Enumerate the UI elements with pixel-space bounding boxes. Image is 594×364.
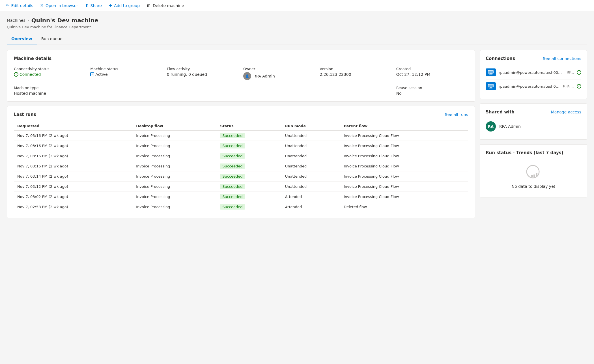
version-label: Version [320,67,391,71]
cell-run-mode: Attended [282,192,341,202]
reuse-session-item: Reuse session No [396,86,468,96]
connections-card: Connections See all connections rpaadmin… [480,50,587,99]
cell-status: Succeeded [217,131,281,141]
runs-table: Requested Desktop flow Status Run mode P… [14,122,468,212]
owner-row: 👤 RPA Admin [243,72,315,80]
cell-flow: Invoice Processing [133,171,217,182]
no-data-container: No data to display yet [486,155,581,191]
connections-header: Connections See all connections [486,56,581,61]
cell-status: Succeeded [217,202,281,212]
toolbar: ✏ Edit details ✕ Open in browser ⬆ Share… [0,0,594,11]
tab-overview[interactable]: Overview [7,34,37,44]
share-button[interactable]: ⬆ Share [85,3,102,8]
reuse-session-value: No [396,91,468,96]
add-icon: + [109,3,112,8]
svg-rect-8 [489,88,492,89]
machine-status-label: Machine status [90,67,162,71]
share-label: Share [91,3,102,8]
flow-activity-value: 0 running, 0 queued [167,72,239,77]
run-status-title: Run status - Trends (last 7 days) [486,150,581,155]
cell-flow: Invoice Processing [133,182,217,192]
connection-item[interactable]: rpaadmin@powerautomatesh001.onmicros... … [486,66,581,79]
cell-requested: Nov 7, 03:14 PM (2 wk ago) [14,171,133,182]
connectivity-label: Connectivity status [14,67,86,71]
page-subtitle: Quinn's Dev machine for Finance Departme… [7,25,587,29]
cell-flow: Invoice Processing [133,161,217,171]
connection-icon [486,82,496,90]
left-column: Machine details Connectivity status ✓ Co… [7,50,475,223]
machine-details-grid: Connectivity status ✓ Connected Machine … [14,67,468,96]
edit-details-label: Edit details [11,3,33,8]
open-browser-button[interactable]: ✕ Open in browser [40,3,78,8]
delete-machine-button[interactable]: 🗑 Delete machine [147,3,184,8]
connected-icon: ✓ [14,72,18,77]
connection-badge: RP... [567,70,574,74]
runs-tbody: Nov 7, 03:16 PM (2 wk ago)Invoice Proces… [14,131,468,212]
connections-title: Connections [486,56,515,61]
owner-avatar: 👤 [243,72,251,80]
tab-run-queue[interactable]: Run queue [37,34,67,44]
edit-details-button[interactable]: ✏ Edit details [6,3,33,8]
table-row[interactable]: Nov 7, 03:16 PM (2 wk ago)Invoice Proces… [14,161,468,171]
svg-rect-12 [533,175,535,177]
reuse-session-label: Reuse session [396,86,468,90]
svg-rect-4 [489,71,493,73]
add-to-group-button[interactable]: + Add to group [109,3,140,8]
flow-activity-label: Flow activity [167,67,239,71]
machine-status-value: ✓ Active [90,72,162,77]
cell-requested: Nov 7, 03:02 PM (2 wk ago) [14,192,133,202]
add-to-group-label: Add to group [114,3,140,8]
no-data-text: No data to display yet [512,184,556,189]
manage-access-link[interactable]: Manage access [551,110,581,114]
table-row[interactable]: Nov 7, 03:16 PM (2 wk ago)Invoice Proces… [14,151,468,161]
cell-requested: Nov 7, 03:16 PM (2 wk ago) [14,131,133,141]
connection-text: rpaadmin@powerautomatesh001.onmicros... [499,70,564,75]
version-item: Version 2.26.123.22300 [320,67,391,80]
runs-header: Last runs See all runs [14,112,468,117]
svg-rect-2 [490,74,492,74]
no-data-icon [525,164,542,181]
connection-badge: RPA ... [563,84,574,88]
cell-requested: Nov 7, 03:16 PM (2 wk ago) [14,161,133,171]
connection-icon [486,68,496,76]
machine-status-item: Machine status ✓ Active [90,67,162,80]
cell-run-mode: Unattended [282,182,341,192]
svg-rect-3 [489,74,492,75]
table-row[interactable]: Nov 7, 03:16 PM (2 wk ago)Invoice Proces… [14,131,468,141]
breadcrumb-machines[interactable]: Machines [7,18,25,23]
right-column: Connections See all connections rpaadmin… [480,50,587,202]
cell-parent-flow: Invoice Processing Cloud Flow [340,182,468,192]
last-runs-card: Last runs See all runs Requested Desktop… [7,106,475,218]
cell-run-mode: Unattended [282,131,341,141]
see-all-connections-link[interactable]: See all connections [543,56,581,61]
breadcrumb: Machines › Quinn's Dev machine [7,17,587,24]
cell-parent-flow: Invoice Processing Cloud Flow [340,151,468,161]
shared-with-header: Shared with Manage access [486,109,581,115]
cell-parent-flow: Invoice Processing Cloud Flow [340,161,468,171]
cell-run-mode: Unattended [282,141,341,151]
cell-flow: Invoice Processing [133,151,217,161]
table-row[interactable]: Nov 7, 03:16 PM (2 wk ago)Invoice Proces… [14,141,468,151]
table-row[interactable]: Nov 7, 03:02 PM (2 wk ago)Invoice Proces… [14,192,468,202]
cell-status: Succeeded [217,141,281,151]
connection-item[interactable]: rpaadmin@powerautomatesh001.onmicro... R… [486,79,581,93]
cell-status: Succeeded [217,192,281,202]
connectivity-status-item: Connectivity status ✓ Connected [14,67,86,80]
table-header-row: Requested Desktop flow Status Run mode P… [14,122,468,131]
cell-parent-flow: Invoice Processing Cloud Flow [340,171,468,182]
col-status: Status [217,122,281,131]
cell-requested: Nov 7, 02:58 PM (2 wk ago) [14,202,133,212]
machine-type-item: Machine type Hosted machine [14,86,86,96]
open-browser-icon: ✕ [40,3,44,8]
svg-rect-11 [536,173,537,177]
table-row[interactable]: Nov 7, 02:58 PM (2 wk ago)Invoice Proces… [14,202,468,212]
active-icon: ✓ [90,72,94,76]
table-row[interactable]: Nov 7, 03:14 PM (2 wk ago)Invoice Proces… [14,171,468,182]
table-row[interactable]: Nov 7, 03:12 PM (2 wk ago)Invoice Proces… [14,182,468,192]
see-all-runs-link[interactable]: See all runs [445,112,468,117]
flow-activity-item: Flow activity 0 running, 0 queued [167,67,239,80]
cell-flow: Invoice Processing [133,192,217,202]
connection-text: rpaadmin@powerautomatesh001.onmicro... [499,84,560,89]
cell-status: Succeeded [217,161,281,171]
cell-requested: Nov 7, 03:16 PM (2 wk ago) [14,151,133,161]
